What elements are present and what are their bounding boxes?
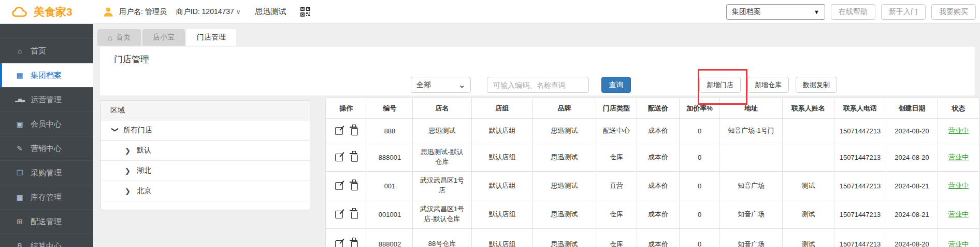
edit-icon[interactable] bbox=[335, 240, 343, 247]
table-cell: 0 bbox=[680, 229, 720, 247]
qr-code-icon[interactable] bbox=[300, 6, 311, 17]
sidebar-item-distribution[interactable]: ⊞配送管理 bbox=[0, 209, 93, 234]
header-link-online-help[interactable]: 在线帮助 bbox=[831, 4, 875, 20]
store-type-select[interactable]: 全部 ⌄ bbox=[411, 77, 471, 93]
table-cell: 成本价 bbox=[637, 172, 680, 200]
edit-icon[interactable] bbox=[335, 154, 343, 161]
edit-icon[interactable] bbox=[335, 211, 343, 218]
search-button[interactable]: 查询 bbox=[601, 77, 631, 93]
table-cell: 武汉武昌区1号店 bbox=[413, 172, 472, 200]
header-links: 在线帮助新手入门我要购买 bbox=[831, 4, 976, 20]
header-link-purchase[interactable]: 我要购买 bbox=[931, 4, 976, 20]
module-select-value: 集团档案 bbox=[732, 7, 761, 17]
toolbar-panel: 门店管理 全部 ⌄ 查询 新增门店新增仓库数据复制 bbox=[100, 47, 975, 95]
delete-icon[interactable] bbox=[351, 183, 358, 190]
table-cell bbox=[720, 143, 783, 172]
sidebar-item-label: 会员中心 bbox=[31, 119, 62, 129]
sidebar-item-label: 库存管理 bbox=[31, 193, 62, 202]
table-cell: 默认店组 bbox=[472, 143, 533, 172]
sidebar-item-group-archive[interactable]: ▤集团档案 bbox=[0, 63, 93, 87]
merchant-dropdown-caret-icon[interactable]: ∨ bbox=[236, 8, 241, 16]
table-cell: 默认店组 bbox=[472, 200, 533, 229]
sidebar-nav: ⌂首页▤集团档案▂▅▃运营管理▣会员中心✎营销中心❐采购管理▦库存管理⊞配送管理… bbox=[0, 24, 93, 247]
table-row: 001武汉武昌区1号店默认店组思迅测试直营成本价0知音广场测试150714472… bbox=[326, 172, 979, 200]
data-copy-button[interactable]: 数据复制 bbox=[796, 77, 837, 93]
tree-item-beijing[interactable]: ❯北京 bbox=[101, 181, 310, 201]
sidebar-item-inventory[interactable]: ▦库存管理 bbox=[0, 185, 93, 209]
table-cell: 知音广场 bbox=[720, 200, 783, 229]
caret-right-icon[interactable]: ❯ bbox=[125, 187, 132, 195]
table-cell: 思迅测试 bbox=[533, 172, 596, 200]
app-logo: 美食家3 bbox=[0, 5, 90, 19]
status-link[interactable]: 营业中 bbox=[948, 240, 969, 247]
table-row: 888思迅测试默认店组思迅测试配送中心成本价0知音广场-1号门150714472… bbox=[326, 119, 979, 143]
table-row: 88800288号仓库默认店组思迅测试仓库成本价0知音广场测试150714472… bbox=[326, 229, 979, 247]
book-icon: ❐ bbox=[14, 169, 25, 177]
table-cell: 0 bbox=[680, 200, 720, 229]
table-cell: 思迅测试-默认仓库 bbox=[413, 143, 472, 172]
column-header: 联系人姓名 bbox=[783, 98, 834, 119]
toolbar-actions: 新增门店新增仓库数据复制 bbox=[699, 77, 837, 93]
table-cell: 2024-08-21 bbox=[886, 172, 938, 200]
currency-icon: Ƀ bbox=[14, 242, 25, 247]
delivery-truck-icon: ⊞ bbox=[14, 217, 25, 226]
caret-right-icon[interactable]: ❯ bbox=[125, 167, 132, 175]
table-cell: 2024-08-20 bbox=[886, 229, 938, 247]
add-store-button[interactable]: 新增门店 bbox=[699, 77, 741, 93]
edit-icon[interactable] bbox=[335, 127, 343, 135]
tree-item-default[interactable]: ❯默认 bbox=[101, 141, 310, 161]
operation-cell bbox=[326, 172, 367, 200]
status-link[interactable]: 营业中 bbox=[948, 182, 969, 189]
column-header: 地址 bbox=[720, 98, 783, 119]
tab-home[interactable]: ⌂首页 bbox=[97, 29, 141, 46]
delete-icon[interactable] bbox=[351, 128, 358, 135]
table-cell: 营业中 bbox=[938, 143, 979, 172]
store-table-wrap: 操作编号店名店组品牌门店类型配送价加价率%地址联系人姓名联系人电话创建日期状态8… bbox=[325, 98, 979, 247]
caret-down-icon[interactable]: ❯ bbox=[111, 127, 119, 134]
tree-item-all-stores[interactable]: ❯所有门店 bbox=[101, 120, 310, 141]
sidebar-item-marketing[interactable]: ✎营销中心 bbox=[0, 136, 93, 160]
main-content: ⌂首页店小宝门店管理 门店管理 全部 ⌄ 查询 新增门店新增仓库数据复制 区域 … bbox=[93, 24, 980, 247]
delete-icon[interactable] bbox=[351, 212, 358, 219]
table-cell: 默认店组 bbox=[472, 229, 533, 247]
column-header: 联系人电话 bbox=[834, 98, 886, 119]
edit-icon[interactable] bbox=[335, 182, 343, 190]
username-label: 用户名: 管理员 bbox=[119, 7, 167, 17]
tree-item-hubei[interactable]: ❯湖北 bbox=[101, 161, 310, 181]
sidebar-item-members[interactable]: ▣会员中心 bbox=[0, 112, 93, 136]
column-header: 店组 bbox=[472, 98, 533, 119]
table-cell: 营业中 bbox=[938, 229, 979, 247]
table-row: 888001思迅测试-默认仓库默认店组思迅测试仓库成本价015071447213… bbox=[326, 143, 979, 172]
tab-dianxiaobao[interactable]: 店小宝 bbox=[142, 29, 185, 46]
table-cell: 2024-08-20 bbox=[886, 119, 938, 143]
operation-cell bbox=[326, 119, 367, 143]
caret-right-icon[interactable]: ❯ bbox=[125, 147, 132, 155]
table-cell: 默认店组 bbox=[472, 172, 533, 200]
status-link[interactable]: 营业中 bbox=[948, 127, 969, 134]
sidebar-item-label: 首页 bbox=[31, 46, 46, 56]
module-select[interactable]: 集团档案 ▼ bbox=[726, 4, 825, 20]
delete-icon[interactable] bbox=[351, 155, 358, 162]
search-input[interactable] bbox=[487, 77, 589, 93]
status-link[interactable]: 营业中 bbox=[948, 210, 969, 218]
store-type-select-value: 全部 bbox=[416, 80, 431, 90]
sidebar-item-settlement[interactable]: Ƀ结算中心 bbox=[0, 234, 93, 247]
table-cell: 001001 bbox=[367, 200, 413, 229]
table-cell: 测试 bbox=[783, 200, 834, 229]
tab-store-management[interactable]: 门店管理 bbox=[186, 29, 236, 46]
sidebar-item-operations[interactable]: ▂▅▃运营管理 bbox=[0, 87, 93, 112]
table-cell: 配送中心 bbox=[596, 119, 637, 143]
chevron-down-icon: ⌄ bbox=[458, 83, 465, 88]
table-cell: 2024-08-21 bbox=[886, 200, 938, 229]
sidebar-item-label: 集团档案 bbox=[31, 71, 62, 80]
delete-icon[interactable] bbox=[351, 241, 358, 247]
top-header: 美食家3 用户名: 管理员 商户ID: 12014737 ∨ 思迅测试 集团档案… bbox=[0, 0, 980, 24]
sidebar-item-home[interactable]: ⌂首页 bbox=[0, 38, 93, 63]
column-header: 状态 bbox=[938, 98, 979, 119]
add-warehouse-button[interactable]: 新增仓库 bbox=[747, 77, 789, 93]
warehouse-building-icon: ▦ bbox=[14, 193, 25, 201]
sidebar-item-purchasing[interactable]: ❐采购管理 bbox=[0, 160, 93, 185]
header-link-beginner-guide[interactable]: 新手入门 bbox=[881, 4, 926, 20]
status-link[interactable]: 营业中 bbox=[948, 153, 969, 161]
table-cell: 思迅测试 bbox=[533, 229, 596, 247]
